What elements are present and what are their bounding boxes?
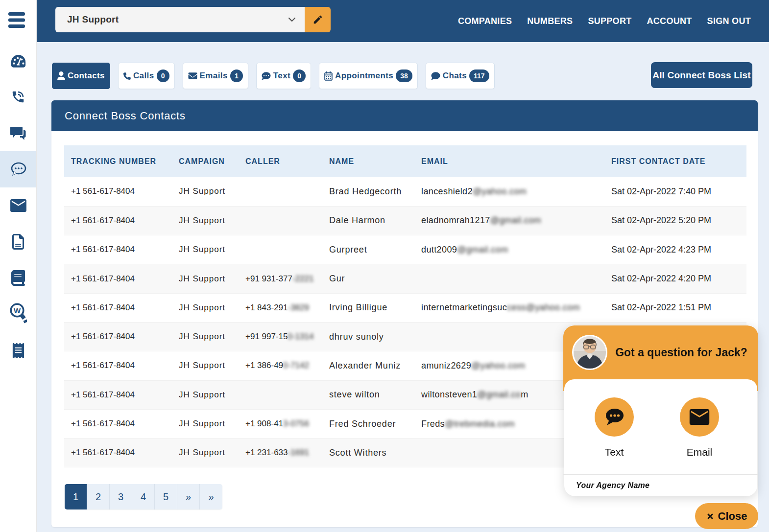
svg-text:W: W [13,306,21,315]
